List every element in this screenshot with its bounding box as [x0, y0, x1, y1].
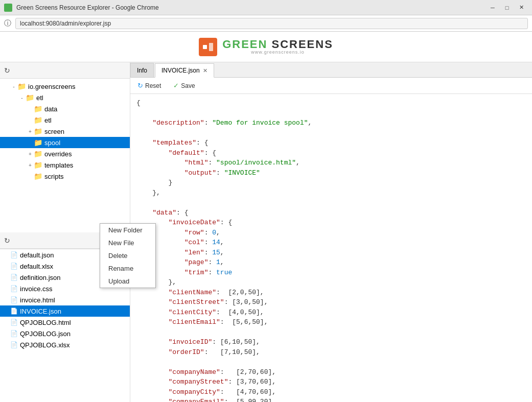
browser-icon [4, 4, 12, 12]
tree-label-data: data [44, 105, 57, 113]
tree-label-etl: etl [36, 94, 43, 102]
maximize-button[interactable]: □ [500, 3, 514, 13]
context-menu: New Folder New File Delete Rename Upload [100, 223, 156, 288]
code-editor[interactable]: { "description": "Demo for invoice spool… [130, 94, 532, 402]
file-icon-invoice-html: 📄 [10, 296, 18, 303]
logo-subtitle: www.greenscreens.io [222, 50, 333, 55]
tab-info[interactable]: Info [130, 63, 154, 77]
toggle-screen[interactable]: + [27, 129, 34, 134]
reset-button[interactable]: ↻ Reset [134, 80, 164, 91]
tab-close-icon[interactable]: ✕ [203, 67, 207, 74]
tree-label-scripts: scripts [44, 173, 64, 180]
file-icon-default-xlsx: 📄 [10, 263, 18, 270]
file-item-qpjoblog-json[interactable]: 📄 QPJOBLOG.json [0, 328, 130, 339]
file-item-invoice-html[interactable]: 📄 invoice.html [0, 294, 130, 305]
logo-green: GREEN [222, 38, 267, 51]
file-label-definition-json: definition.json [20, 274, 61, 281]
sidebar: ↻ - 📁 io.greenscreens - 📁 etl 📁 data [0, 62, 130, 402]
tree-item-screen[interactable]: + 📁 screen [0, 126, 130, 137]
sidebar-top-toolbar: ↻ [0, 62, 130, 79]
file-item-qpjoblog-html[interactable]: 📄 QPJOBLOG.html [0, 317, 130, 328]
sidebar-bottom-refresh-icon[interactable]: ↻ [4, 237, 10, 245]
tree-item-scripts[interactable]: 📁 scripts [0, 171, 130, 182]
info-icon: ⓘ [4, 19, 11, 28]
titlebar: Green Screens Resource Explorer - Google… [0, 0, 532, 15]
tree-label-overrides: overrides [44, 150, 72, 158]
svg-rect-1 [209, 43, 213, 51]
tree-item-etl-child[interactable]: 📁 etl [0, 114, 130, 126]
tree-label-screen: screen [44, 128, 64, 135]
tree-item-templates[interactable]: + 📁 templates [0, 159, 130, 171]
file-label-qpjoblog-json: QPJOBLOG.json [20, 330, 71, 338]
main-layout: ↻ - 📁 io.greenscreens - 📁 etl 📁 data [0, 62, 532, 402]
save-icon: ✓ [173, 82, 179, 89]
toggle-templates[interactable]: + [27, 162, 34, 168]
titlebar-controls[interactable]: ─ □ ✕ [486, 3, 528, 13]
svg-rect-0 [203, 45, 207, 49]
sidebar-refresh-icon[interactable]: ↻ [4, 66, 10, 75]
file-item-invoice-json[interactable]: 📄 INVOICE.json [0, 305, 130, 317]
tree-item-overrides[interactable]: + 📁 overrides [0, 148, 130, 159]
address-input[interactable]: localhost:9080/admin/explorer.jsp [15, 18, 528, 29]
folder-icon: 📁 [17, 82, 26, 90]
addressbar: ⓘ localhost:9080/admin/explorer.jsp [0, 15, 532, 32]
file-item-qpjoblog-xlsx[interactable]: 📄 QPJOBLOG.xlsx [0, 339, 130, 350]
file-icon-qpjoblog-json: 📄 [10, 330, 18, 337]
folder-icon-scripts: 📁 [34, 172, 42, 180]
file-label-invoice-json: INVOICE.json [20, 308, 61, 315]
logo-main: GREEN SCREENS [222, 39, 333, 50]
window-title: Green Screens Resource Explorer - Google… [16, 4, 159, 11]
file-label-invoice-html: invoice.html [20, 296, 55, 304]
toggle-io-greenscreens[interactable]: - [10, 84, 17, 89]
file-label-invoice-css: invoice.css [20, 285, 53, 293]
tab-info-label: Info [137, 67, 147, 74]
folder-icon-templates: 📁 [34, 161, 42, 169]
reset-label: Reset [145, 82, 161, 89]
tree-label-spool: spool [44, 139, 60, 147]
toggle-overrides[interactable]: + [27, 151, 34, 157]
context-menu-upload[interactable]: Upload [100, 275, 155, 288]
context-menu-rename[interactable]: Rename [100, 262, 155, 275]
titlebar-left: Green Screens Resource Explorer - Google… [4, 4, 159, 12]
file-label-qpjoblog-html: QPJOBLOG.html [20, 319, 71, 326]
sidebar-tree-top[interactable]: - 📁 io.greenscreens - 📁 etl 📁 data 📁 etl [0, 79, 130, 232]
tree-item-data[interactable]: 📁 data [0, 103, 130, 114]
tree-label-etl-child: etl [44, 116, 52, 124]
folder-icon-overrides: 📁 [34, 150, 42, 158]
folder-icon-data: 📁 [34, 105, 42, 113]
logo-icon [199, 38, 217, 56]
save-button[interactable]: ✓ Save [170, 80, 198, 91]
reset-icon: ↻ [137, 82, 143, 89]
context-menu-new-folder[interactable]: New Folder [100, 224, 155, 237]
context-menu-new-file[interactable]: New File [100, 237, 155, 249]
folder-icon-etl-child: 📁 [34, 116, 42, 124]
tab-file-label: INVOICE.json [161, 67, 200, 74]
file-icon-invoice-css: 📄 [10, 285, 18, 292]
tree-label-templates: templates [44, 161, 73, 169]
editor-toolbar: ↻ Reset ✓ Save [130, 78, 532, 94]
save-label: Save [181, 82, 195, 89]
context-menu-delete[interactable]: Delete [100, 249, 155, 262]
tree-item-etl[interactable]: - 📁 etl [0, 92, 130, 103]
tree-item-spool[interactable]: 📁 spool [0, 137, 130, 148]
file-label-default-json: default.json [20, 251, 54, 259]
file-label-qpjoblog-xlsx: QPJOBLOG.xlsx [20, 341, 70, 349]
file-label-default-xlsx: default.xlsx [20, 263, 53, 270]
tree-item-io-greenscreens[interactable]: - 📁 io.greenscreens [0, 81, 130, 92]
logo-text: GREEN SCREENS www.greenscreens.io [222, 39, 333, 55]
tab-invoice-json[interactable]: INVOICE.json ✕ [155, 63, 214, 78]
file-icon-default-json: 📄 [10, 251, 18, 258]
logo: GREEN SCREENS www.greenscreens.io [199, 38, 333, 56]
tree-label-io-greenscreens: io.greenscreens [28, 83, 76, 90]
file-icon-qpjoblog-xlsx: 📄 [10, 341, 18, 348]
content-area: Info INVOICE.json ✕ ↻ Reset ✓ Save { "de… [130, 62, 532, 402]
toggle-etl[interactable]: - [18, 95, 26, 101]
logo-screens: SCREENS [272, 38, 333, 51]
folder-icon-screen: 📁 [34, 127, 42, 135]
logo-bar: GREEN SCREENS www.greenscreens.io [0, 32, 532, 62]
file-icon-qpjoblog-html: 📄 [10, 319, 18, 326]
close-button[interactable]: ✕ [515, 3, 528, 13]
minimize-button[interactable]: ─ [486, 3, 499, 13]
file-icon-definition-json: 📄 [10, 274, 18, 281]
tabs-bar: Info INVOICE.json ✕ [130, 62, 532, 78]
